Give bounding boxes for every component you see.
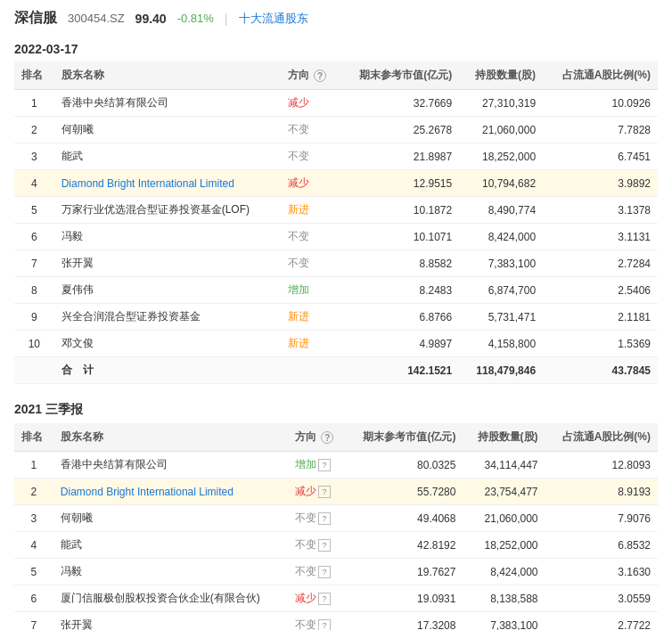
cell-direction: 减少 [281, 170, 340, 197]
total-ratio: 43.7845 [543, 357, 658, 384]
cell-rank: 1 [14, 90, 54, 117]
cell-shares: 21,060,000 [459, 117, 543, 143]
cell-name: Diamond Bright International Limited [54, 170, 281, 197]
table-row: 6 冯毅 不变 10.1071 8,424,000 3.1131 [14, 224, 658, 250]
col2-direction: 方向 ? [288, 423, 346, 452]
cell-ratio: 6.7451 [543, 143, 658, 170]
cell-ratio: 6.8532 [545, 532, 658, 559]
cell-direction: 不变? [288, 505, 346, 532]
nav-link[interactable]: 十大流通股东 [239, 11, 308, 27]
section1-header-row: 排名 股东名称 方向 ? 期末参考市值(亿元) 持股数量(股) 占流通A股比例(… [14, 61, 658, 90]
cell-direction: 不变 [281, 117, 340, 143]
col-ratio: 占流通A股比例(%) [543, 61, 658, 90]
cell-value: 17.3208 [346, 612, 463, 631]
cell-value: 49.4068 [346, 505, 463, 532]
info-box-icon[interactable]: ? [318, 486, 331, 498]
cell-shares: 34,114,447 [463, 452, 545, 479]
cell-name: 兴全合润混合型证券投资基金 [54, 304, 281, 331]
cell-direction: 不变 [281, 143, 340, 170]
cell-shares: 18,252,000 [459, 143, 543, 170]
cell-shares: 5,731,471 [459, 304, 543, 331]
table-row: 5 冯毅 不变? 19.7627 8,424,000 3.1630 [14, 559, 658, 585]
direction-help-icon[interactable]: ? [314, 70, 326, 82]
cell-value: 21.8987 [340, 143, 459, 170]
table-row: 3 能武 不变 21.8987 18,252,000 6.7451 [14, 143, 658, 170]
table-row: 7 张开翼 不变 8.8582 7,383,100 2.7284 [14, 250, 658, 277]
col2-name: 股东名称 [53, 423, 288, 452]
cell-name: 香港中央结算有限公司 [53, 452, 288, 479]
cell-rank: 7 [14, 250, 54, 277]
cell-rank: 4 [14, 170, 54, 197]
cell-rank: 8 [14, 277, 54, 304]
cell-value: 4.9897 [340, 331, 459, 357]
header-divider: | [225, 12, 228, 26]
direction2-help-icon[interactable]: ? [321, 431, 333, 444]
cell-ratio: 7.9076 [545, 505, 658, 532]
cell-shares: 27,310,319 [459, 90, 543, 117]
cell-direction: 不变 [281, 250, 340, 277]
cell-rank: 3 [14, 505, 53, 532]
cell-shares: 23,754,477 [463, 479, 545, 505]
table-row: 4 能武 不变? 42.8192 18,252,000 6.8532 [14, 532, 658, 559]
cell-shares: 10,794,682 [459, 170, 543, 197]
section2-table: 排名 股东名称 方向 ? 期末参考市值(亿元) 持股数量(股) 占流通A股比例(… [14, 423, 658, 630]
cell-value: 19.7627 [346, 559, 463, 585]
col-rank: 排名 [14, 61, 54, 90]
info-box-icon[interactable]: ? [318, 512, 331, 525]
cell-value: 19.0931 [346, 585, 463, 612]
col-shares: 持股数量(股) [459, 61, 543, 90]
cell-rank: 1 [14, 452, 53, 479]
cell-direction: 不变? [288, 532, 346, 559]
cell-rank: 7 [14, 612, 53, 631]
cell-ratio: 3.0559 [545, 585, 658, 612]
cell-value: 80.0325 [346, 452, 463, 479]
cell-shares: 6,874,700 [459, 277, 543, 304]
section2-header-row: 排名 股东名称 方向 ? 期末参考市值(亿元) 持股数量(股) 占流通A股比例(… [14, 423, 658, 452]
cell-direction: 减少? [288, 585, 346, 612]
stock-name: 深信服 [14, 9, 57, 28]
cell-ratio: 3.1630 [545, 559, 658, 585]
col-value: 期末参考市值(亿元) [340, 61, 459, 90]
info-box-icon[interactable]: ? [318, 593, 331, 605]
total-label [14, 357, 54, 384]
cell-direction: 不变 [281, 224, 340, 250]
table-row: 9 兴全合润混合型证券投资基金 新进 6.8766 5,731,471 2.11… [14, 304, 658, 331]
cell-value: 12.9515 [340, 170, 459, 197]
table-row: 1 香港中央结算有限公司 增加? 80.0325 34,114,447 12.8… [14, 452, 658, 479]
cell-ratio: 3.1378 [543, 197, 658, 224]
cell-shares: 8,424,000 [463, 559, 545, 585]
cell-name: Diamond Bright International Limited [53, 479, 288, 505]
info-box-icon[interactable]: ? [318, 566, 331, 578]
cell-name: 张开翼 [53, 612, 288, 631]
info-box-icon[interactable]: ? [318, 619, 331, 630]
table-row: 7 张开翼 不变? 17.3208 7,383,100 2.7722 [14, 612, 658, 631]
cell-ratio: 2.7284 [543, 250, 658, 277]
cell-ratio: 2.7722 [545, 612, 658, 631]
info-box-icon[interactable]: ? [318, 539, 331, 552]
cell-direction: 新进 [281, 304, 340, 331]
cell-name: 何朝曦 [54, 117, 281, 143]
col2-rank: 排名 [14, 423, 53, 452]
cell-direction: 新进 [281, 331, 340, 357]
table-row: 4 Diamond Bright International Limited 减… [14, 170, 658, 197]
table-row: 5 万家行业优选混合型证券投资基金(LOF) 新进 10.1872 8,490,… [14, 197, 658, 224]
table-row: 1 香港中央结算有限公司 减少 32.7669 27,310,319 10.09… [14, 90, 658, 117]
table-row: 6 厦门信服极创股权投资合伙企业(有限合伙) 减少? 19.0931 8,138… [14, 585, 658, 612]
cell-shares: 18,252,000 [463, 532, 545, 559]
cell-ratio: 2.5406 [543, 277, 658, 304]
cell-shares: 7,383,100 [463, 612, 545, 631]
cell-ratio: 10.0926 [543, 90, 658, 117]
info-box-icon[interactable]: ? [318, 459, 331, 471]
cell-value: 6.8766 [340, 304, 459, 331]
col-direction: 方向 ? [281, 61, 340, 90]
cell-shares: 8,490,774 [459, 197, 543, 224]
section1-table: 排名 股东名称 方向 ? 期末参考市值(亿元) 持股数量(股) 占流通A股比例(… [14, 61, 658, 384]
cell-direction: 新进 [281, 197, 340, 224]
cell-rank: 5 [14, 559, 53, 585]
cell-ratio: 7.7828 [543, 117, 658, 143]
table-row: 10 邓文俊 新进 4.9897 4,158,800 1.5369 [14, 331, 658, 357]
cell-ratio: 3.9892 [543, 170, 658, 197]
cell-ratio: 1.5369 [543, 331, 658, 357]
stock-change: -0.81% [177, 12, 214, 25]
col2-value: 期末参考市值(亿元) [346, 423, 463, 452]
